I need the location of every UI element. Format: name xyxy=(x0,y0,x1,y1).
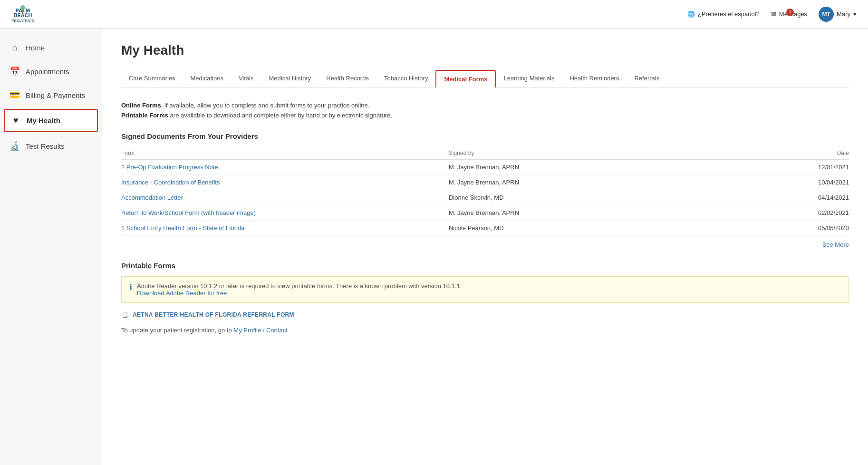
form-cell: Accommodation Letter xyxy=(121,190,449,205)
form-link[interactable]: 2 Pre-Op Evaluation Progress Note xyxy=(121,164,218,171)
date-cell: 12/01/2021 xyxy=(667,159,849,174)
table-row: Accommodation Letter Dionne Skervin, MD … xyxy=(121,190,849,205)
col-header-signed: Signed by xyxy=(449,147,667,160)
intro-text: Online Forms, if available, allow you to… xyxy=(121,101,849,121)
see-more-link[interactable]: See More xyxy=(822,241,849,248)
date-cell: 04/14/2021 xyxy=(667,190,849,205)
table-row: 2 Pre-Op Evaluation Progress Note M. Jay… xyxy=(121,159,849,174)
logo-area: PALM BEACH PEDIATRICS xyxy=(11,3,34,26)
form-link[interactable]: Insurance - Coordination of Benefits xyxy=(121,179,220,186)
sidebar-item-label: Appointments xyxy=(26,68,69,76)
sidebar-item-label: My Health xyxy=(27,116,60,125)
sidebar: ⌂Home📅Appointments💳Billing & Payments♥My… xyxy=(0,29,102,465)
main-content: My Health Care SummariesMedicationsVital… xyxy=(102,29,868,465)
tab-medical-forms[interactable]: Medical Forms xyxy=(435,70,496,87)
chevron-down-icon: ▾ xyxy=(853,10,857,18)
tab-health-reminders[interactable]: Health Reminders xyxy=(562,69,627,87)
form-cell: Return to Work/School Form (with header … xyxy=(121,205,449,220)
tab-learning-materials[interactable]: Learning Materials xyxy=(496,69,562,87)
aetna-form-row: 🖨 AETNA BETTER HEALTH OF FLORIDA REFERRA… xyxy=(121,310,849,319)
test-results-icon: 🔬 xyxy=(10,141,20,151)
update-text-label: To update your patient registration, go … xyxy=(121,327,232,334)
tab-care-summaries[interactable]: Care Summaries xyxy=(121,69,183,87)
date-cell: 10/04/2021 xyxy=(667,174,849,190)
notice-text: Adobe Reader version 10.1.2 or later is … xyxy=(137,282,462,290)
signed-by-cell: Dionne Skervin, MD xyxy=(449,190,667,205)
printable-forms-bold: Printable Forms xyxy=(121,112,168,119)
date-cell: 05/05/2020 xyxy=(667,220,849,235)
header-right: 🌐 ¿Prefieres el español? 1 ✉ Messages MT… xyxy=(687,7,857,22)
signed-by-cell: M. Jayne Brennan, APRN xyxy=(449,159,667,174)
appointments-icon: 📅 xyxy=(10,66,20,77)
sidebar-item-billing[interactable]: 💳Billing & Payments xyxy=(0,83,102,107)
my-profile-link[interactable]: My Profile / Contact xyxy=(233,327,287,334)
sidebar-item-my-health[interactable]: ♥My Health xyxy=(4,109,98,132)
printer-icon: 🖨 xyxy=(121,310,129,319)
table-row: Insurance - Coordination of Benefits M. … xyxy=(121,174,849,190)
intro-line2-rest: are available to download and complete e… xyxy=(168,112,392,119)
palm-beach-logo-icon: PALM BEACH PEDIATRICS xyxy=(11,3,34,26)
user-name: Mary xyxy=(837,10,850,18)
info-icon: ℹ xyxy=(129,282,132,291)
my-health-icon: ♥ xyxy=(10,116,21,126)
online-forms-bold: Online Forms xyxy=(121,102,161,109)
billing-icon: 💳 xyxy=(10,90,20,100)
tab-health-records[interactable]: Health Records xyxy=(318,69,376,87)
date-cell: 02/02/2021 xyxy=(667,205,849,220)
signed-documents-table: Form Signed by Date 2 Pre-Op Evaluation … xyxy=(121,147,849,236)
table-row: Return to Work/School Form (with header … xyxy=(121,205,849,220)
tab-vitals[interactable]: Vitals xyxy=(231,69,261,87)
sidebar-item-label: Billing & Payments xyxy=(26,91,85,99)
sidebar-item-home[interactable]: ⌂Home xyxy=(0,36,102,59)
user-menu-button[interactable]: MT Mary ▾ xyxy=(819,7,857,22)
signed-by-cell: M. Jayne Brennan, APRN xyxy=(449,174,667,190)
sidebar-item-label: Test Results xyxy=(26,142,65,150)
sidebar-item-appointments[interactable]: 📅Appointments xyxy=(0,59,102,83)
aetna-form-link[interactable]: AETNA BETTER HEALTH OF FLORIDA REFERRAL … xyxy=(133,311,294,318)
form-link[interactable]: Accommodation Letter xyxy=(121,194,183,201)
notice-content: Adobe Reader version 10.1.2 or later is … xyxy=(137,282,462,297)
printable-section-title: Printable Forms xyxy=(121,262,849,270)
avatar: MT xyxy=(819,7,834,22)
form-cell: 1 School Entry Health Form - State of Fl… xyxy=(121,220,449,235)
tabs-nav: Care SummariesMedicationsVitalsMedical H… xyxy=(121,69,849,87)
layout: ⌂Home📅Appointments💳Billing & Payments♥My… xyxy=(0,29,868,465)
message-icon: ✉ xyxy=(771,10,776,18)
signed-section-title: Signed Documents From Your Providers xyxy=(121,132,849,140)
form-cell: 2 Pre-Op Evaluation Progress Note xyxy=(121,159,449,174)
table-row: 1 School Entry Health Form - State of Fl… xyxy=(121,220,849,235)
svg-text:PEDIATRICS: PEDIATRICS xyxy=(11,19,34,23)
update-registration-text: To update your patient registration, go … xyxy=(121,327,849,334)
tab-tobacco-history[interactable]: Tobacco History xyxy=(376,69,435,87)
form-link[interactable]: Return to Work/School Form (with header … xyxy=(121,209,256,216)
sidebar-item-label: Home xyxy=(26,44,45,52)
intro-line1-rest: , if available, allow you to complete an… xyxy=(161,102,370,109)
page-title: My Health xyxy=(121,43,849,58)
form-link[interactable]: 1 School Entry Health Form - State of Fl… xyxy=(121,224,244,232)
language-button[interactable]: 🌐 ¿Prefieres el español? xyxy=(687,10,760,18)
see-more-area: See More xyxy=(121,241,849,248)
download-adobe-link[interactable]: Download Adobe Reader for free xyxy=(137,290,227,297)
form-cell: Insurance - Coordination of Benefits xyxy=(121,174,449,190)
col-header-form: Form xyxy=(121,147,449,160)
language-label: ¿Prefieres el español? xyxy=(698,10,760,18)
tab-referrals[interactable]: Referrals xyxy=(627,69,667,87)
messages-button[interactable]: 1 ✉ Messages xyxy=(771,10,807,18)
svg-point-4 xyxy=(20,5,25,10)
tab-medical-history[interactable]: Medical History xyxy=(261,69,318,87)
home-icon: ⌂ xyxy=(10,43,20,53)
col-header-date: Date xyxy=(667,147,849,160)
tab-medications[interactable]: Medications xyxy=(183,69,231,87)
signed-by-cell: M. Jayne Brennan, APRN xyxy=(449,205,667,220)
sidebar-item-test-results[interactable]: 🔬Test Results xyxy=(0,134,102,158)
signed-by-cell: Nicole Pearson, MD xyxy=(449,220,667,235)
globe-icon: 🌐 xyxy=(687,10,695,18)
adobe-notice-box: ℹ Adobe Reader version 10.1.2 or later i… xyxy=(121,276,849,303)
header: PALM BEACH PEDIATRICS 🌐 ¿Prefieres el es… xyxy=(0,0,868,29)
messages-badge: 1 xyxy=(786,9,794,16)
